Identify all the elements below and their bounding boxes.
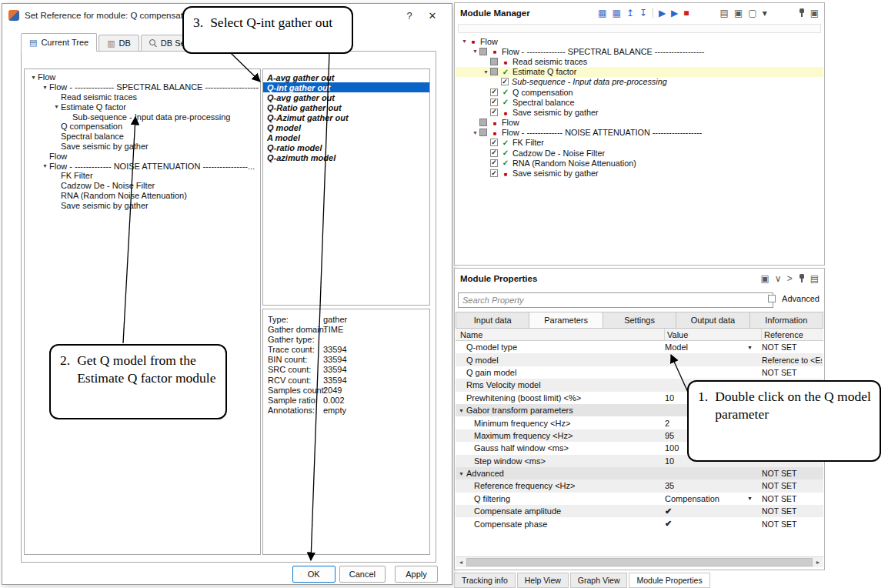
tree-item-read-seismic-traces[interactable]: Read seismic traces: [25, 92, 260, 102]
tree-item-fk-filter[interactable]: FK Filter: [25, 171, 260, 181]
expander-icon[interactable]: ▼: [29, 75, 38, 80]
import-flow-icon[interactable]: ↥: [626, 8, 634, 18]
bottom-tab-help-view[interactable]: Help View: [517, 573, 569, 588]
module-checkbox[interactable]: [490, 149, 498, 157]
module-tree-item-flow-noise-attenuation[interactable]: ▼Flow - ------------- NOISE ATTENUATION …: [456, 128, 823, 138]
tab-output-data[interactable]: Output data: [676, 312, 749, 329]
module-checkbox[interactable]: [490, 159, 498, 167]
module-tree-item-flow[interactable]: ▼Flow: [456, 36, 823, 46]
expander-icon[interactable]: ▼: [471, 130, 479, 135]
module-tree-item-sub-sequence-input-data-pre-processing[interactable]: Sub-sequence - Input data pre-processing: [456, 77, 823, 87]
bottom-tab-tracking-info[interactable]: Tracking info: [454, 573, 516, 588]
window-icon[interactable]: ▢: [748, 8, 756, 18]
module-checkbox[interactable]: [490, 68, 498, 75]
module-tree-item-rna-random-noise-attenuation[interactable]: RNA (Random Noise Attenuation): [456, 158, 823, 168]
expander-icon[interactable]: ▼: [52, 104, 61, 109]
tree-item-rna-random-noise-attenuation[interactable]: RNA (Random Noise Attenuation): [25, 191, 260, 201]
caret-down-icon[interactable]: ▾: [763, 8, 767, 18]
property-row-q-gain-model[interactable]: Q gain modelNOT SET: [456, 366, 823, 379]
expander-icon[interactable]: ▼: [459, 408, 464, 413]
property-row-q-model[interactable]: Q modelReference to <Estir: [456, 353, 823, 366]
module-tree-item-fk-filter[interactable]: FK Filter: [456, 138, 823, 148]
module-manager-tree[interactable]: ▼Flow▼Flow - -------------- SPECTRAL BAL…: [456, 34, 823, 264]
property-row-q-model-type[interactable]: Q-model typeModel▼NOT SET: [456, 341, 823, 353]
stop-icon[interactable]: ■: [683, 8, 689, 18]
expander-icon[interactable]: ▼: [482, 69, 490, 75]
tree-item-flow-spectral-balance[interactable]: ▼Flow - -------------- SPECTRAL BALANCE …: [25, 82, 260, 92]
tab-db[interactable]: ▥DB: [98, 35, 139, 52]
module-checkbox[interactable]: [479, 119, 487, 126]
property-row-reference-frequency-hz[interactable]: Reference frequency <Hz>35NOT SET: [456, 479, 823, 492]
list-item-q-azimuth-model[interactable]: Q-azimuth model: [263, 152, 429, 162]
help-button[interactable]: ?: [398, 10, 421, 22]
property-value[interactable]: Compensation▼: [665, 494, 759, 503]
dropdown-caret-icon[interactable]: ▼: [747, 345, 759, 350]
list-item-q-model[interactable]: Q model: [263, 122, 429, 132]
float-panel-icon[interactable]: ▣: [761, 274, 769, 283]
property-value[interactable]: Model▼: [665, 342, 759, 352]
flow-module-add-icon[interactable]: ▦: [612, 8, 620, 18]
module-checkbox[interactable]: [490, 58, 498, 65]
ok-button[interactable]: OK: [292, 566, 336, 583]
expander-icon[interactable]: ▼: [471, 48, 479, 54]
tree-item-flow[interactable]: Flow: [25, 151, 260, 161]
property-row-advanced[interactable]: ▼AdvancedNOT SET: [456, 467, 823, 479]
list-item-q-int-gather-out[interactable]: Q-int gather out: [263, 82, 429, 92]
output-item-list[interactable]: A-avg gather outQ-int gather outQ-avg ga…: [262, 68, 430, 306]
tab-current-tree[interactable]: ▤Current Tree: [21, 33, 97, 52]
tree-item-q-compensation[interactable]: Q compensation: [25, 122, 260, 132]
property-row-compensate-phase[interactable]: Compensate phase✔NOT SET: [456, 517, 823, 530]
search-property-input[interactable]: [458, 292, 773, 308]
expander-icon[interactable]: ▼: [41, 163, 49, 169]
tab-information[interactable]: Information: [749, 312, 823, 329]
flow-module-icon[interactable]: ▦: [598, 8, 606, 18]
module-tree-item-cadzow-de-noise-filter[interactable]: Cadzow De - Noise Filter: [456, 148, 823, 158]
module-tree-item-read-seismic-traces[interactable]: Read seismic traces: [456, 56, 823, 66]
module-checkbox[interactable]: [490, 109, 498, 116]
apply-button[interactable]: Apply: [395, 566, 438, 583]
module-checkbox[interactable]: [490, 99, 498, 106]
bottom-tab-module-properties[interactable]: Module Properties: [629, 573, 709, 588]
property-row-q-filtering[interactable]: Q filteringCompensation▼NOT SET: [456, 493, 823, 505]
close-panel-icon[interactable]: ▣: [810, 8, 819, 18]
module-checkbox[interactable]: [490, 89, 498, 96]
module-checkbox[interactable]: [501, 78, 509, 85]
list-item-a-model[interactable]: A model: [263, 132, 429, 142]
scroll-right-icon[interactable]: ►: [813, 557, 823, 567]
tab-settings[interactable]: Settings: [603, 312, 676, 329]
tree-item-spectral-balance[interactable]: Spectral balance: [25, 132, 260, 142]
property-value[interactable]: ✔: [665, 506, 759, 516]
list-item-q-ratio-gather-out[interactable]: Q-Ratio gather out: [263, 102, 429, 112]
chevron-down-icon[interactable]: ∨: [775, 274, 782, 283]
flow-tree[interactable]: ▼Flow▼Flow - -------------- SPECTRAL BAL…: [24, 68, 261, 555]
module-checkbox[interactable]: [479, 48, 487, 55]
tab-input-data[interactable]: Input data: [456, 312, 529, 329]
horizontal-scrollbar[interactable]: ◄ ►: [456, 556, 823, 567]
copy-icon[interactable]: ▣: [734, 8, 743, 18]
run-selected-icon[interactable]: ▶: [671, 8, 678, 18]
module-tree-item-estimate-q-factor[interactable]: ▼Estimate Q factor: [456, 67, 823, 77]
tree-item-sub-sequence-input-data-pre-processing[interactable]: Sub-sequence - Input data pre-processing: [25, 112, 260, 122]
module-checkbox[interactable]: [490, 169, 498, 177]
module-tree-item-flow[interactable]: Flow: [456, 118, 823, 128]
module-checkbox[interactable]: [490, 139, 498, 146]
tab-parameters[interactable]: Parameters: [529, 312, 602, 329]
expander-icon[interactable]: ▼: [460, 38, 469, 44]
export-flow-icon[interactable]: ↧: [639, 8, 647, 18]
module-checkbox[interactable]: [479, 129, 487, 136]
report-icon[interactable]: ▤: [720, 8, 729, 18]
list-item-a-avg-gather-out[interactable]: A-avg gather out: [263, 72, 429, 82]
expander-icon[interactable]: ▼: [41, 85, 49, 90]
tree-item-flow-noise-attenuation[interactable]: ▼Flow - ------------- NOISE ATTENUATION …: [25, 161, 260, 171]
pin-icon[interactable]: [798, 274, 805, 283]
bottom-tab-graph-view[interactable]: Graph View: [570, 573, 628, 588]
property-value[interactable]: 35: [665, 481, 759, 490]
property-value[interactable]: ✔: [665, 519, 759, 529]
cancel-button[interactable]: Cancel: [339, 566, 386, 583]
chevron-right-icon[interactable]: >: [787, 274, 793, 283]
pin-icon[interactable]: [798, 8, 805, 18]
list-item-q-avg-gather-out[interactable]: Q-avg gather out: [263, 92, 429, 102]
tree-item-cadzow-de-noise-filter[interactable]: Cadzow De - Noise Filter: [25, 181, 260, 191]
module-tree-item-save-seismic-by-gather[interactable]: Save seismic by gather: [456, 168, 823, 178]
scrollbar-thumb[interactable]: [466, 558, 813, 566]
